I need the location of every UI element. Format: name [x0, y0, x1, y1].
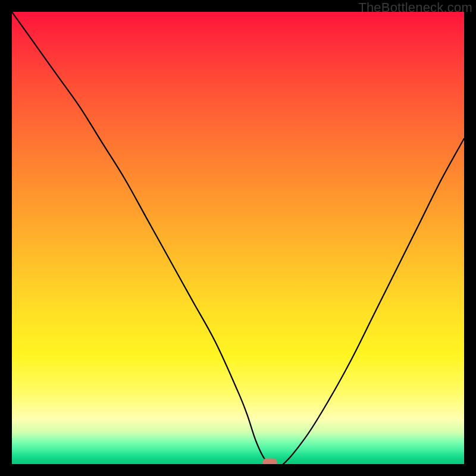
minimum-marker: [262, 459, 277, 464]
watermark-text: TheBottleneck.com: [358, 0, 472, 15]
bottleneck-curve: [12, 12, 464, 464]
chart-frame: TheBottleneck.com: [0, 0, 476, 476]
plot-area: [12, 12, 464, 464]
curve-svg: [12, 12, 464, 464]
